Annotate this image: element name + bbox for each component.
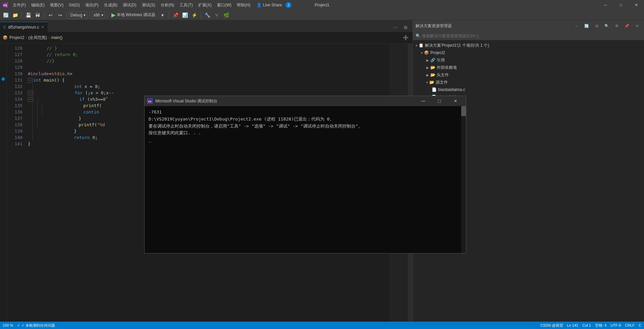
toolbar-save-all[interactable]: 🖬 <box>33 11 42 19</box>
toolbar-redo[interactable]: ↪ <box>56 11 64 19</box>
tab-expand-icon[interactable]: ⋯ <box>391 23 400 32</box>
status-lineend[interactable]: CRLF <box>625 323 635 328</box>
menu-extensions[interactable]: 扩展(X) <box>196 0 214 10</box>
toolbar-sep-3 <box>66 12 67 18</box>
breadcrumb: 📦 Project2 › (全局范围) › main() ➕ <box>0 32 413 44</box>
se-pin-icon[interactable]: 📌 <box>623 22 631 31</box>
status-text: ✓ 未检测到任何问题 <box>21 323 55 328</box>
refs-arrow: ▶ <box>426 58 429 62</box>
gutter-line <box>0 120 6 127</box>
notification-badge[interactable]: 2 <box>285 2 291 8</box>
menu-view[interactable]: 视图(V) <box>47 0 66 10</box>
dc-minimize-btn[interactable]: ─ <box>416 96 431 106</box>
toolbar-attach[interactable]: 📌 <box>171 11 180 19</box>
toolbar-profile[interactable]: 📊 <box>180 11 189 19</box>
minimize-button[interactable]: ─ <box>598 0 613 10</box>
se-references-item[interactable]: ▶ 🔗 引用 <box>413 56 644 64</box>
debug-config-dropdown[interactable]: Debug ▾ <box>69 11 87 19</box>
se-close-icon[interactable]: ✕ <box>633 22 641 31</box>
se-extdeps-item[interactable]: ▶ 📂 外部依赖项 <box>413 64 644 71</box>
dc-close-btn[interactable]: ✕ <box>448 96 463 106</box>
toolbar-open[interactable]: 📁 <box>11 11 19 19</box>
se-project-item[interactable]: ▾ 📦 Project2 <box>413 49 644 56</box>
platform-dropdown[interactable]: x86 ▾ <box>92 11 105 19</box>
gutter: ⬤ <box>0 44 7 322</box>
toolbar-run-dropdown[interactable]: ▾ <box>158 11 167 19</box>
toolbar-perf[interactable]: ⚡ <box>190 11 199 19</box>
live-share-button[interactable]: 👤 Live Share <box>253 3 285 7</box>
maximize-button[interactable]: □ <box>613 0 629 10</box>
menu-tools[interactable]: 工具(T) <box>177 0 195 10</box>
toolbar-sep-2 <box>44 12 44 18</box>
bc-project[interactable]: 📦 Project2 <box>3 35 24 40</box>
status-spaces[interactable]: 空格: 4 <box>595 323 606 328</box>
debug-console-titlebar: VS Microsoft Visual Studio 调试控制台 ─ □ ✕ <box>145 96 466 106</box>
dc-maximize-btn[interactable]: □ <box>432 96 447 106</box>
toolbar: 🔄 📁 💾 🖬 ↩ ↪ Debug ▾ x86 ▾ ▶ 本地 Windows 调… <box>0 10 644 20</box>
se-refresh-icon[interactable]: 🔄 <box>582 22 591 31</box>
close-button[interactable]: ✕ <box>629 0 644 10</box>
debug-console-content: -7631 D:\VS2019Cyuyan\Project1\Debug\Pro… <box>145 106 466 253</box>
toolbar-git[interactable]: ⑂ <box>212 11 221 19</box>
bc-func[interactable]: main() <box>51 35 62 40</box>
dc-cursor: _ <box>149 137 462 144</box>
bc-scope[interactable]: (全局范围) <box>28 35 47 41</box>
collapse-134[interactable]: ─ <box>28 97 33 102</box>
menu-window[interactable]: 窗口(W) <box>214 0 234 10</box>
debug-console-window: VS Microsoft Visual Studio 调试控制台 ─ □ ✕ -… <box>144 96 466 253</box>
tab-bar: C di5zhangshixun.c ✕ ⋯ ⚙ <box>0 20 413 32</box>
collapse-131[interactable]: ─ <box>28 78 33 83</box>
se-file-biao[interactable]: 📄 biaobaidaima.c <box>413 86 644 93</box>
toolbar-save[interactable]: 💾 <box>24 11 33 19</box>
tab-settings-icon[interactable]: ⚙ <box>401 23 410 32</box>
se-headers-item[interactable]: ▶ 📂 头文件 <box>413 71 644 79</box>
status-lang[interactable]: C <box>639 323 641 328</box>
se-filter-icon[interactable]: 🔍 <box>602 22 611 31</box>
bc-add-icon[interactable]: ➕ <box>401 33 410 42</box>
dc-line1: -7631 <box>149 109 462 116</box>
se-sync-icon[interactable]: ↔ <box>572 22 581 31</box>
menu-project[interactable]: 项目(P) <box>83 0 101 10</box>
status-csdn[interactable]: CSDN @宸翌 <box>540 323 563 328</box>
menu-help[interactable]: 帮助(H) <box>234 0 253 10</box>
gutter-line <box>0 88 6 95</box>
menu-test[interactable]: 测试(S) <box>139 0 158 10</box>
tab-active[interactable]: C di5zhangshixun.c ✕ <box>0 22 48 32</box>
extdeps-icon: 📂 <box>430 65 435 70</box>
se-collapse-icon[interactable]: ⊟ <box>592 22 601 31</box>
se-sources-item[interactable]: ▾ 📂 源文件 <box>413 79 644 86</box>
toolbar-undo[interactable]: ↩ <box>46 11 55 19</box>
toolbar-new-project[interactable]: 🔄 <box>1 11 10 19</box>
gutter-line <box>0 114 6 120</box>
headers-arrow: ▶ <box>426 73 429 77</box>
menu-analyze[interactable]: 分析(N) <box>158 0 177 10</box>
collapse-133[interactable]: ─ <box>28 91 33 95</box>
se-solution-item[interactable]: ▾ 📋 解决方案'Project1'(1 个项目/共 1 个) <box>413 42 644 49</box>
se-header: 解决方案资源管理器 ↔ 🔄 ⊟ 🔍 ⚙ 📌 ✕ <box>413 20 644 32</box>
dc-vs-icon: VS <box>147 98 153 104</box>
sources-icon: 📂 <box>429 80 434 85</box>
toolbar-sep-6 <box>169 12 169 18</box>
menu-debug[interactable]: 调试(D) <box>120 0 139 10</box>
se-search-input[interactable] <box>422 34 641 38</box>
code-line-130: #include<stdio.h> <box>25 70 389 77</box>
menu-edit[interactable]: 编辑(E) <box>29 0 47 10</box>
title-bar: VS 文件(F) 编辑(E) 视图(V) Git(G) 项目(P) 生成(B) … <box>0 0 644 10</box>
debug-console-scrollbar[interactable] <box>461 106 466 253</box>
status-line[interactable]: Ln 141 <box>567 323 579 328</box>
bc-sep-2: › <box>48 35 50 40</box>
status-check[interactable]: ✓ ✓ 未检测到任何问题 <box>17 323 55 328</box>
code-line-127: // return 0; <box>25 51 389 58</box>
menu-file[interactable]: 文件(F) <box>10 0 29 10</box>
tab-close-icon[interactable]: ✕ <box>41 25 44 29</box>
menu-git[interactable]: Git(G) <box>66 0 83 10</box>
run-button[interactable]: ▶ 本地 Windows 调试器 <box>109 12 157 18</box>
toolbar-branches[interactable]: 🌿 <box>222 11 230 19</box>
se-more-icon[interactable]: ⚙ <box>612 22 621 31</box>
extdeps-label: 外部依赖项 <box>437 65 457 70</box>
toolbar-more[interactable]: 🔧 <box>203 11 212 19</box>
gutter-line <box>0 63 6 69</box>
status-encoding[interactable]: UTF-8 <box>610 323 621 328</box>
menu-build[interactable]: 生成(B) <box>101 0 120 10</box>
refs-icon: 🔗 <box>430 58 435 62</box>
